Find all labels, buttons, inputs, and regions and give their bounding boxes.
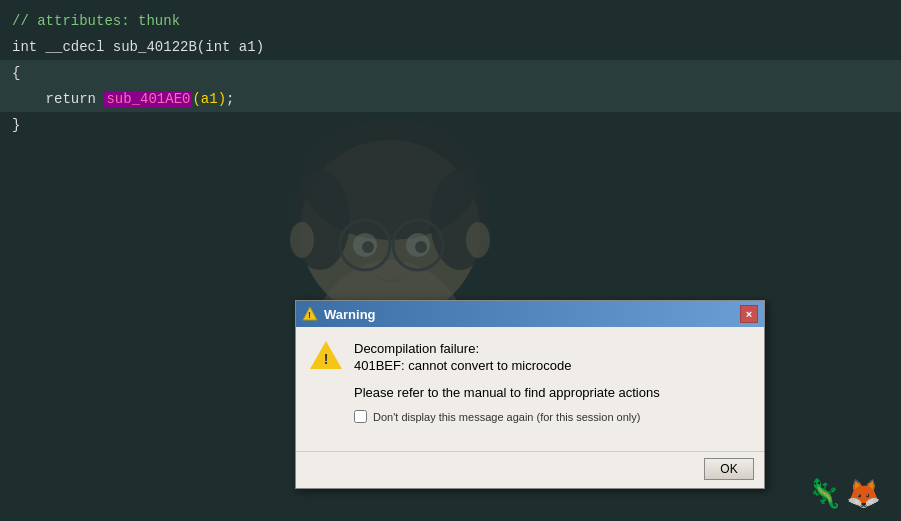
dialog-body: Decompilation failure: 401BEF: cannot co… [296, 327, 764, 451]
suppress-dialog-checkbox[interactable] [354, 410, 367, 423]
dialog-content-row: Decompilation failure: 401BEF: cannot co… [310, 341, 750, 425]
warning-triangle-icon [310, 341, 342, 373]
dialog-close-button[interactable]: × [740, 305, 758, 323]
dialog-msg-primary: Decompilation failure: [354, 341, 750, 356]
dialog-msg-secondary: 401BEF: cannot convert to microcode [354, 358, 750, 373]
ok-button[interactable]: OK [704, 458, 754, 480]
modal-backdrop: ! Warning × Decompilation failure: 401BE… [0, 0, 901, 521]
dialog-refer-msg: Please refer to the manual to find appro… [354, 385, 750, 400]
dialog-title-icon: ! [302, 306, 318, 322]
dialog-checkbox-row: Don't display this message again (for th… [354, 410, 750, 423]
dialog-messages: Decompilation failure: 401BEF: cannot co… [354, 341, 750, 425]
checkbox-label: Don't display this message again (for th… [373, 411, 640, 423]
svg-text:!: ! [308, 310, 311, 320]
dialog-titlebar: ! Warning × [296, 301, 764, 327]
dialog-footer: OK [296, 451, 764, 488]
warning-dialog: ! Warning × Decompilation failure: 401BE… [295, 300, 765, 489]
dialog-title-text: Warning [324, 307, 740, 322]
